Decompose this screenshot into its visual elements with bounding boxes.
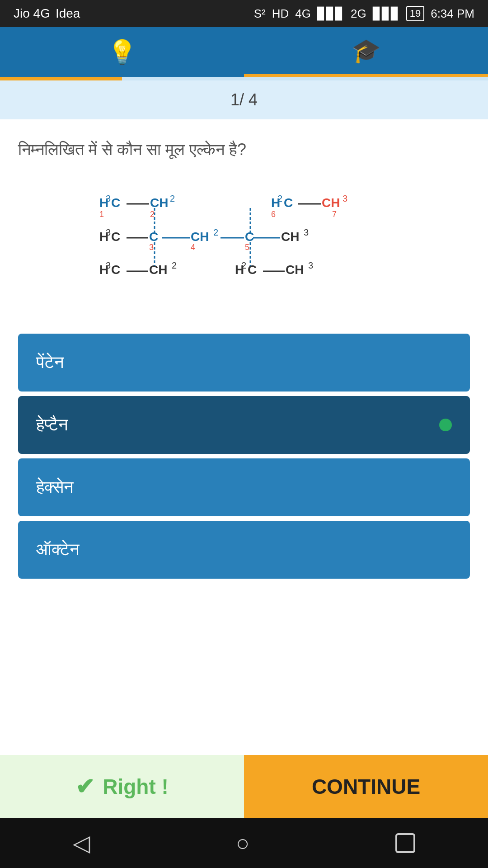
top-nav: 💡 🎓 [0,27,488,77]
signal-bars-icon: ▊▊▊ [317,7,344,21]
carrier-label: Jio 4G [14,6,50,21]
svg-text:CH: CH [149,263,167,277]
svg-text:C: C [245,230,254,244]
molecule-svg: H 3 C CH 2 1 2 H 3 C C 3 CH 2 4 H 3 C [81,175,407,302]
option-1[interactable]: हेप्टैन [18,396,470,454]
recents-icon [395,833,415,853]
svg-text:3: 3 [149,243,154,252]
svg-text:C: C [284,196,293,210]
svg-text:C: C [149,230,158,244]
selected-dot [439,419,452,431]
clock: 6:34 PM [431,7,474,21]
home-button[interactable]: ○ [236,830,249,856]
options-container: पेंटेन हेप्टैन हेक्सेन ऑक्टेन [0,334,488,579]
question-text: निम्नलिखित में से कौन सा मूल एल्केन है? [18,137,470,162]
battery-indicator: 19 [406,6,424,21]
progress-bar-fill [0,77,122,80]
progress-label: 1/ 4 [230,90,258,109]
status-bar: Jio 4G Idea S² HD 4G ▊▊▊ 2G ▊▊▊ 19 6:34 … [0,0,488,27]
svg-text:3: 3 [106,260,111,270]
svg-text:1: 1 [99,210,104,219]
svg-text:C: C [111,230,120,244]
signal-2g-icon: 2G [351,7,366,21]
progress-bar-container [0,77,488,80]
svg-text:7: 7 [332,210,337,219]
svg-text:CH: CH [191,230,209,244]
option-0-label: पेंटेन [36,353,64,373]
s-icon: S² [254,7,266,21]
svg-text:3: 3 [106,227,111,237]
continue-label: CONTINUE [312,774,420,799]
chem-structure-diagram: H 3 C CH 2 1 2 H 3 C C 3 CH 2 4 H 3 C [18,175,470,302]
option-2[interactable]: हेक्सेन [18,458,470,516]
check-icon: ✔ [75,774,94,800]
svg-text:C: C [248,263,257,277]
svg-text:CH: CH [286,263,304,277]
nav-hint-tab[interactable]: 💡 [0,27,244,77]
svg-text:CH: CH [150,196,168,210]
continue-button[interactable]: CONTINUE [244,755,488,818]
back-button[interactable]: ◁ [73,830,90,856]
signal-bars2-icon: ▊▊▊ [373,7,400,21]
option-2-label: हेक्सेन [36,477,74,497]
svg-text:5: 5 [245,243,249,252]
option-3-label: ऑक्टेन [36,540,80,560]
svg-text:CH: CH [281,230,299,244]
home-icon: ○ [236,830,249,856]
svg-text:3: 3 [308,260,313,270]
svg-text:C: C [111,263,120,277]
recents-button[interactable] [395,833,415,853]
bottom-actions: ✔ Right ! CONTINUE [0,755,488,818]
back-icon: ◁ [73,830,90,856]
right-button[interactable]: ✔ Right ! [0,755,244,818]
svg-text:2: 2 [277,193,282,203]
svg-text:2: 2 [213,227,218,237]
graduation-icon: 🎓 [352,37,381,65]
svg-text:4: 4 [191,243,195,252]
right-label: Right ! [103,774,169,799]
lightbulb-icon: 💡 [108,38,137,66]
option-1-label: हेप्टैन [36,415,68,435]
svg-text:CH: CH [322,196,340,210]
signal-4g-icon: 4G [295,7,311,21]
option-0[interactable]: पेंटेन [18,334,470,392]
svg-text:3: 3 [343,193,347,203]
svg-text:C: C [111,196,120,210]
svg-text:3: 3 [304,227,309,237]
svg-text:2: 2 [241,260,246,270]
question-counter: 1/ 4 [0,80,488,119]
system-nav-bar: ◁ ○ [0,818,488,868]
svg-text:2: 2 [172,260,177,270]
svg-text:6: 6 [271,210,276,219]
question-area: निम्नलिखित में से कौन सा मूल एल्केन है? … [0,119,488,334]
hd-icon: HD [272,7,289,21]
nav-learn-tab[interactable]: 🎓 [244,27,488,77]
carrier2-label: Idea [56,6,80,21]
option-3[interactable]: ऑक्टेन [18,521,470,579]
svg-text:3: 3 [106,193,111,203]
svg-text:2: 2 [170,193,175,203]
